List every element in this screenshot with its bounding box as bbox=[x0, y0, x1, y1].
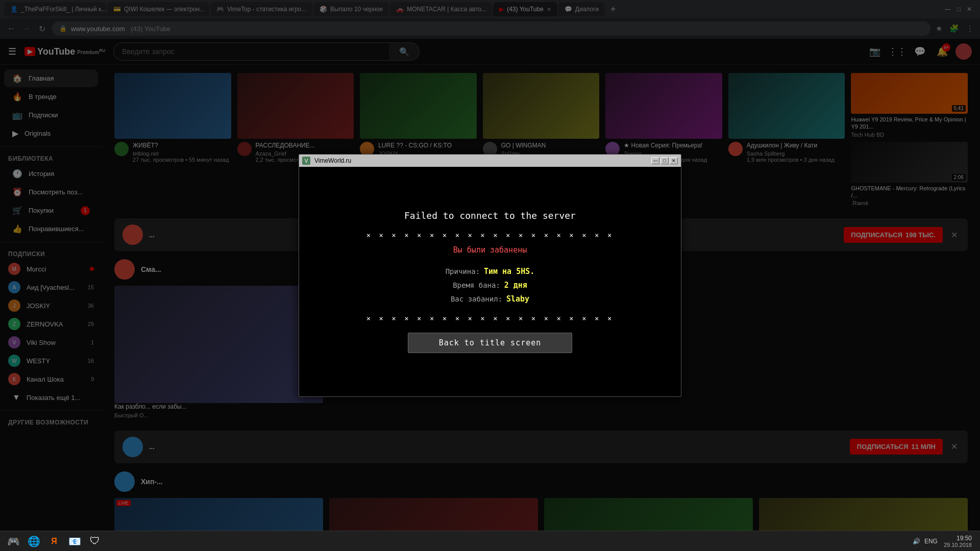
taskbar-shield[interactable]: 🛡 bbox=[86, 532, 104, 550]
taskbar: 🎮 🌐 Я 📧 🛡 🔊 ENG 19:50 29.10.2018 bbox=[0, 531, 980, 551]
modal-window: V VimeWorld.ru — □ ✕ Failed to connect t… bbox=[299, 154, 681, 397]
modal-window-controls: — □ ✕ bbox=[651, 157, 678, 164]
taskbar-email[interactable]: 📧 bbox=[65, 532, 84, 550]
taskbar-time: 19:50 bbox=[944, 535, 972, 542]
x-divider-2: × × × × × × × × × × × × × × × × × × × × bbox=[366, 314, 614, 322]
ban-time-line: Время бана: 2 дня bbox=[446, 279, 535, 292]
modal-close-btn[interactable]: ✕ bbox=[670, 157, 678, 164]
taskbar-chrome[interactable]: 🌐 bbox=[24, 532, 43, 550]
taskbar-right: 🔊 ENG 19:50 29.10.2018 bbox=[913, 535, 976, 548]
ban-reason-line: Причина: Тим на 5HS. bbox=[446, 265, 535, 279]
ban-message: Вы были забанены bbox=[453, 245, 527, 255]
x-divider-1: × × × × × × × × × × × × × × × × × × × × bbox=[366, 231, 614, 239]
volume-icon[interactable]: 🔊 bbox=[913, 538, 920, 545]
ban-details: Причина: Тим на 5HS. Время бана: 2 дня В… bbox=[446, 265, 535, 306]
taskbar-yandex[interactable]: Я bbox=[45, 532, 63, 550]
modal-overlay: V VimeWorld.ru — □ ✕ Failed to connect t… bbox=[0, 0, 980, 551]
ban-by-value: Slaby bbox=[506, 294, 529, 304]
back-to-title-button[interactable]: Back to title screen bbox=[408, 333, 573, 353]
modal-maximize-btn[interactable]: □ bbox=[660, 157, 669, 164]
taskbar-discord[interactable]: 🎮 bbox=[4, 532, 22, 550]
keyboard-layout[interactable]: ENG bbox=[924, 538, 938, 545]
ban-reason-value: Тим на 5HS. bbox=[484, 267, 534, 276]
ban-reason-label: Причина: bbox=[446, 267, 480, 276]
modal-app-icon: V bbox=[302, 157, 310, 165]
taskbar-date: 29.10.2018 bbox=[944, 542, 972, 548]
ban-by-line: Вас забанил: Slaby bbox=[446, 292, 535, 306]
connect-fail-message: Failed to connect to the server bbox=[404, 210, 576, 221]
clock: 19:50 29.10.2018 bbox=[944, 535, 972, 548]
modal-title-text: VimeWorld.ru bbox=[314, 157, 647, 164]
modal-minimize-btn[interactable]: — bbox=[651, 157, 659, 164]
ban-time-label: Время бана: bbox=[453, 281, 500, 289]
modal-titlebar: V VimeWorld.ru — □ ✕ bbox=[299, 155, 681, 167]
system-tray: 🔊 ENG bbox=[913, 538, 938, 545]
ban-time-value: 2 дня bbox=[504, 281, 527, 290]
ban-by-label: Вас забанил: bbox=[451, 295, 502, 303]
modal-body: Failed to connect to the server × × × × … bbox=[299, 167, 681, 396]
